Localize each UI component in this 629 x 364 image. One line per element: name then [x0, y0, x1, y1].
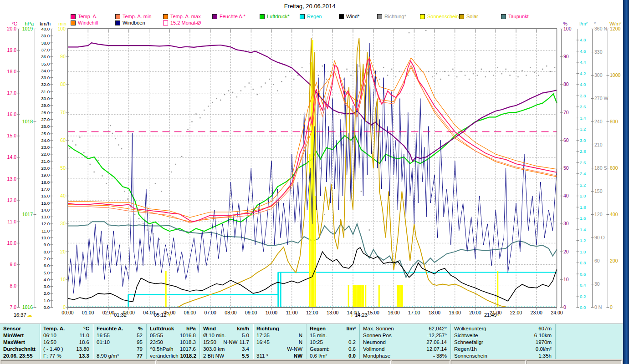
kmh-tick-label: 27.0 — [41, 117, 50, 122]
kmh-tick-label: 19.0 — [41, 172, 50, 177]
moon-cloud-icon: ☁ — [27, 313, 32, 317]
x-tick-label: 01:00 — [82, 310, 94, 315]
kmh-tick-label: 32.0 — [41, 82, 50, 87]
x-tick-label: 19:00 — [449, 310, 461, 315]
moonrise-arrow-icon: ⇣ — [350, 313, 354, 317]
weather-app-screen: Freitag, 20.06.2014 Temp. A.Temp. A. min… — [0, 0, 629, 364]
kmh-tick-label: 29.0 — [41, 103, 50, 108]
table-info-cell: Wolkenunterg607m — [451, 325, 555, 332]
table-col-regen: Regenl/m²15 min.10:250.2Gesamt:0.60.6 l/… — [307, 324, 360, 359]
table-info-cell: Max. Sonnen62,042° — [360, 325, 450, 332]
pct-tick-label: 60 — [563, 137, 569, 143]
chart-area[interactable]: 00:0001:0002:0003:0004:0005:0006:0007:00… — [0, 0, 629, 325]
series-sonnenschein — [166, 40, 498, 308]
kmh-tick-label: 10.0 — [41, 235, 50, 240]
wm2-axis-header: W/m² — [609, 21, 622, 26]
deg-tick-label: 300 — [594, 72, 603, 78]
status-segment-4 — [451, 360, 526, 364]
wm2-tick-label: 1000 — [610, 72, 621, 78]
deg-tick-label: 240 — [594, 119, 603, 124]
table-row-label: MinWert — [0, 332, 40, 339]
table-col-wind: Windkm/hØ 10 min.5.015:50N-NW11.7303.0 k… — [200, 324, 253, 359]
table-info-cell: Sonnenschein1:35h — [451, 353, 555, 359]
kmh-tick-label: 34.0 — [41, 68, 50, 73]
x-tick-label: 12:00 — [306, 310, 318, 315]
pct-tick-label: 20 — [563, 249, 569, 254]
degC-axis-header: °C — [12, 21, 17, 26]
marker-1637: 16:37☁ — [14, 312, 33, 318]
table-col-header: Windkm/h — [200, 325, 253, 332]
hPa-tick-label: 1018 — [22, 119, 33, 124]
lm2-tick-label: 4.0 — [580, 82, 586, 87]
table-cell: 15:50N-NW11.7 — [200, 339, 253, 346]
table-col-header: Temp. A.°C — [40, 325, 93, 332]
table-cell: 01:1095 — [93, 339, 146, 346]
table-info-col-1: Max. Sonnen62,042°Sonnen Pos-12,257°Neum… — [360, 324, 451, 359]
wm2-tick-label: 0 — [610, 304, 613, 310]
status-segment-2 — [157, 360, 391, 364]
lm2-tick-label: 3.8 — [580, 93, 586, 98]
table-cell: 05:551016.8 — [147, 332, 199, 339]
min-tick-label: 20 — [60, 249, 66, 254]
kmh-tick-label: 12.0 — [41, 221, 50, 226]
table-info-cell: Mondphase- 38% — [360, 353, 450, 359]
table-cell: W-NW — [253, 346, 306, 353]
hPa-axis-header: hPa — [25, 21, 34, 26]
lm2-tick-label: 2.4 — [580, 171, 586, 176]
table-row-label: Sensor — [0, 325, 40, 332]
x-tick-label: 20:00 — [469, 310, 481, 315]
kmh-tick-label: 16.0 — [41, 193, 50, 198]
kmh-tick-label: 2.0 — [44, 291, 50, 296]
table-cell: 06:1011.0 — [40, 332, 93, 339]
deg-tick-label: 30 — [594, 281, 600, 287]
status-segment-5 — [527, 360, 622, 364]
marker-time: 21:49 — [484, 312, 497, 318]
marker-time: 05:12 — [154, 312, 167, 318]
moonset-arrow-icon: ⇡ — [109, 313, 113, 317]
kmh-tick-label: 17.0 — [41, 187, 50, 192]
status-bar — [0, 359, 623, 364]
degC-tick-label: 18.0 — [7, 69, 17, 74]
marker-1423: ⇣14:23 — [349, 312, 368, 318]
pct-tick-label: 30 — [563, 221, 569, 226]
kmh-tick-label: 14.0 — [41, 207, 50, 212]
deg-tick-label: 60 — [594, 258, 600, 263]
kmh-axis-header: km/h — [40, 21, 51, 26]
deg-tick-label: 330 — [594, 49, 603, 55]
degC-tick-label: 11.0 — [7, 219, 16, 224]
degC-tick-label: 15.0 — [7, 133, 17, 138]
kmh-tick-label: 23.0 — [41, 145, 50, 150]
deg-tick-label: 360 N — [594, 26, 607, 31]
table-info-cell: Neumond27.06.14 — [360, 339, 450, 346]
lm2-axis-header: l/m² — [579, 21, 588, 26]
lm2-tick-label: 4.2 — [580, 71, 586, 76]
sunrise-sun-icon: ☀ — [168, 313, 172, 317]
deg-tick-label: 270 W — [594, 96, 608, 101]
table-row-label: MaxWert — [0, 339, 40, 346]
wm2-tick-label: 400 — [610, 212, 618, 217]
table-row-label: Durchschnitt — [0, 346, 40, 353]
min-axis-header: min — [58, 21, 66, 26]
kmh-tick-label: 22.0 — [41, 152, 50, 157]
kmh-tick-label: 40.0 — [41, 26, 50, 31]
degC-tick-label: 9.0 — [10, 262, 16, 267]
min-tick-label: 100 — [57, 26, 66, 31]
kmh-tick-label: 33.0 — [41, 75, 50, 80]
kmh-tick-label: 30.0 — [41, 96, 50, 101]
marker-2149: 21:49▫ — [484, 312, 500, 318]
kmh-tick-label: 39.0 — [41, 33, 50, 38]
table-info-col-2: Wolkenunterg607mSichtweite6-10kmSchneefa… — [451, 324, 556, 359]
x-tick-label: 22:00 — [510, 310, 522, 315]
marker-time: 16:37 — [14, 312, 26, 318]
table-cell: ( - 1.40 )13.80 — [40, 346, 93, 353]
table-cell: 16:5552 — [93, 332, 146, 339]
lm2-tick-label: 3.4 — [580, 116, 586, 121]
lm2-tick-label: 3.0 — [580, 138, 586, 143]
lm2-tick-label: 4.4 — [580, 60, 586, 65]
wm2-tick-label: 200 — [610, 258, 618, 263]
lm2-tick-label: 2.0 — [580, 193, 586, 198]
lm2-tick-label: 1.2 — [580, 238, 586, 243]
pct-tick-label: 80 — [563, 81, 569, 87]
table-cell: 303.0 km3.4 — [200, 346, 253, 353]
table-cell: Ø 10 min.5.0 — [200, 332, 253, 339]
